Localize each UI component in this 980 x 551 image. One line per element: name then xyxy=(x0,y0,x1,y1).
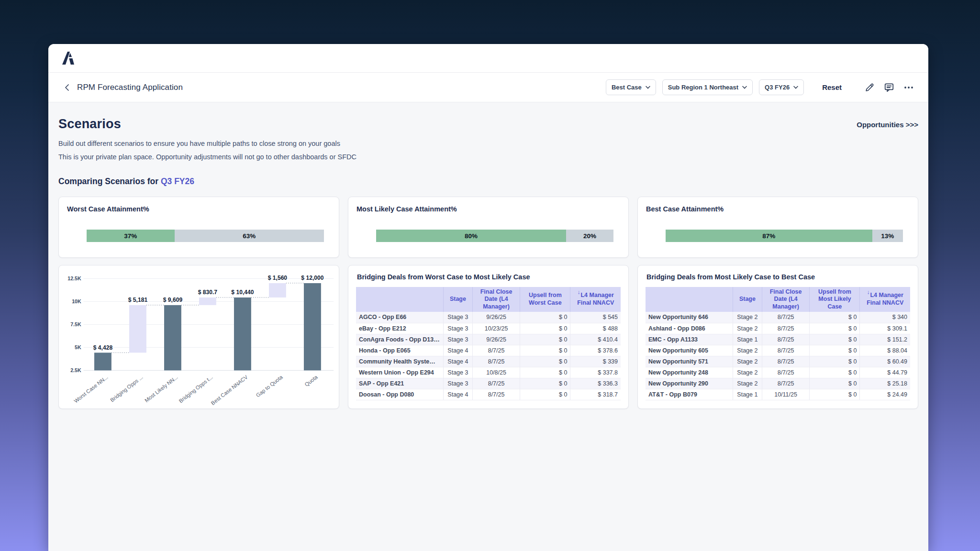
opportunities-link[interactable]: Opportunities >>> xyxy=(857,121,918,129)
waterfall-bar[interactable] xyxy=(129,305,146,353)
table-cell[interactable]: $ 410.4 xyxy=(570,334,621,345)
column-header[interactable]: Upsell from Worst Case xyxy=(520,287,570,312)
opportunity-name-cell[interactable]: New Opportunity 605 xyxy=(646,345,733,356)
table-cell[interactable]: $ 0 xyxy=(520,323,570,334)
opportunity-name-cell[interactable]: New Opportunity 571 xyxy=(646,356,733,367)
opportunity-name-cell[interactable]: Doosan - Opp D080 xyxy=(356,389,443,400)
waterfall-bar[interactable] xyxy=(94,353,111,370)
table-cell[interactable]: Stage 2 xyxy=(733,312,762,323)
remaining-segment[interactable]: 13% xyxy=(872,230,903,242)
table-cell[interactable]: 8/7/25 xyxy=(762,378,810,389)
table-cell[interactable]: 8/7/25 xyxy=(762,367,810,378)
table-cell[interactable]: $ 0 xyxy=(810,334,860,345)
table-cell[interactable]: 8/7/25 xyxy=(762,356,810,367)
opportunity-name-cell[interactable]: New Opportunity 248 xyxy=(646,367,733,378)
comments-button[interactable] xyxy=(883,81,895,94)
table-cell[interactable]: $ 0 xyxy=(520,334,570,345)
table-cell[interactable]: 10/11/25 xyxy=(762,389,810,400)
table-cell[interactable]: 9/26/25 xyxy=(472,312,520,323)
table-cell[interactable]: $ 88.04 xyxy=(860,345,910,356)
waterfall-bar[interactable] xyxy=(199,298,216,305)
opportunity-name-cell[interactable]: ConAgra Foods - Opp D1374 xyxy=(356,334,443,345)
column-header[interactable]: Upsell from Most Likely Case xyxy=(810,287,860,312)
table-cell[interactable]: $ 339 xyxy=(570,356,621,367)
opportunity-name-cell[interactable]: Honda - Opp E065 xyxy=(356,345,443,356)
filter-region-dropdown[interactable]: Sub Region 1 Northeast xyxy=(662,79,753,95)
waterfall-bar[interactable] xyxy=(269,283,286,298)
column-header[interactable]: ↓L4 Manager Final NNACV xyxy=(570,287,621,312)
column-header[interactable]: Final Close Date (L4 Manager) xyxy=(762,287,810,312)
table-cell[interactable]: Stage 3 xyxy=(443,323,472,334)
filter-scenario-dropdown[interactable]: Best Case xyxy=(606,79,656,95)
waterfall-bar[interactable] xyxy=(304,283,321,370)
table-cell[interactable]: $ 0 xyxy=(810,312,860,323)
table-cell[interactable]: 8/7/25 xyxy=(472,345,520,356)
table-cell[interactable]: $ 25.18 xyxy=(860,378,910,389)
attained-segment[interactable]: 80% xyxy=(376,230,566,242)
table-cell[interactable]: Stage 3 xyxy=(443,367,472,378)
table-cell[interactable]: Stage 4 xyxy=(443,356,472,367)
table-cell[interactable]: $ 378.6 xyxy=(570,345,621,356)
table-cell[interactable]: $ 0 xyxy=(810,356,860,367)
edit-button[interactable] xyxy=(863,81,876,94)
table-cell[interactable]: $ 0 xyxy=(810,367,860,378)
table-cell[interactable]: $ 545 xyxy=(570,312,621,323)
table-cell[interactable]: Stage 2 xyxy=(733,356,762,367)
table-cell[interactable]: $ 337.8 xyxy=(570,367,621,378)
table-cell[interactable]: Stage 4 xyxy=(443,345,472,356)
table-cell[interactable]: $ 0 xyxy=(810,389,860,400)
table-cell[interactable]: Stage 2 xyxy=(733,345,762,356)
table-cell[interactable]: $ 0 xyxy=(520,389,570,400)
opportunity-name-cell[interactable]: New Opportunity 290 xyxy=(646,378,733,389)
attained-segment[interactable]: 37% xyxy=(87,230,175,242)
column-header[interactable]: Stage xyxy=(733,287,762,312)
table-cell[interactable]: Stage 4 xyxy=(443,389,472,400)
opportunity-name-cell[interactable]: AGCO - Opp E66 xyxy=(356,312,443,323)
table-cell[interactable]: Stage 3 xyxy=(443,378,472,389)
table-cell[interactable]: $ 0 xyxy=(810,323,860,334)
table-cell[interactable]: 8/7/25 xyxy=(472,389,520,400)
table-cell[interactable]: Stage 3 xyxy=(443,334,472,345)
table-cell[interactable]: $ 0 xyxy=(520,345,570,356)
table-cell[interactable]: Stage 1 xyxy=(733,389,762,400)
opportunity-name-cell[interactable]: Western Union - Opp E294 xyxy=(356,367,443,378)
table-cell[interactable]: 10/8/25 xyxy=(472,367,520,378)
column-header[interactable]: Final Close Date (L4 Manager) xyxy=(472,287,520,312)
column-header[interactable] xyxy=(646,287,733,312)
reset-button[interactable]: Reset xyxy=(822,83,842,91)
table-cell[interactable]: Stage 1 xyxy=(733,334,762,345)
opportunity-name-cell[interactable]: EMC - Opp A1133 xyxy=(646,334,733,345)
table-cell[interactable]: $ 24.49 xyxy=(860,389,910,400)
table-cell[interactable]: $ 151.2 xyxy=(860,334,910,345)
table-cell[interactable]: Stage 2 xyxy=(733,367,762,378)
waterfall-bar[interactable] xyxy=(234,298,251,370)
table-cell[interactable]: 8/7/25 xyxy=(762,312,810,323)
table-cell[interactable]: 8/7/25 xyxy=(762,334,810,345)
column-header[interactable]: Stage xyxy=(443,287,472,312)
opportunity-name-cell[interactable]: New Opportunity 646 xyxy=(646,312,733,323)
remaining-segment[interactable]: 63% xyxy=(175,230,324,242)
table-cell[interactable]: 9/26/25 xyxy=(472,334,520,345)
table-cell[interactable]: $ 0 xyxy=(520,367,570,378)
table-cell[interactable]: 8/7/25 xyxy=(472,356,520,367)
column-header[interactable] xyxy=(356,287,443,312)
table-cell[interactable]: $ 44.79 xyxy=(860,367,910,378)
waterfall-bar[interactable] xyxy=(164,305,181,370)
table-cell[interactable]: $ 0 xyxy=(520,312,570,323)
opportunity-name-cell[interactable]: AT&T - Opp B079 xyxy=(646,389,733,400)
opportunity-name-cell[interactable]: eBay - Opp E212 xyxy=(356,323,443,334)
table-cell[interactable]: $ 309.1 xyxy=(860,323,910,334)
table-cell[interactable]: 8/7/25 xyxy=(472,378,520,389)
column-header[interactable]: ↓L4 Manager Final NNACV xyxy=(860,287,910,312)
table-cell[interactable]: Stage 3 xyxy=(443,312,472,323)
table-cell[interactable]: $ 0 xyxy=(810,345,860,356)
table-cell[interactable]: $ 0 xyxy=(810,378,860,389)
table-cell[interactable]: 10/23/25 xyxy=(472,323,520,334)
more-options-button[interactable] xyxy=(902,81,915,94)
table-cell[interactable]: $ 0 xyxy=(520,356,570,367)
table-cell[interactable]: 8/7/25 xyxy=(762,323,810,334)
back-button[interactable] xyxy=(62,82,72,93)
table-cell[interactable]: $ 318.7 xyxy=(570,389,621,400)
table-cell[interactable]: $ 340 xyxy=(860,312,910,323)
attained-segment[interactable]: 87% xyxy=(666,230,872,242)
